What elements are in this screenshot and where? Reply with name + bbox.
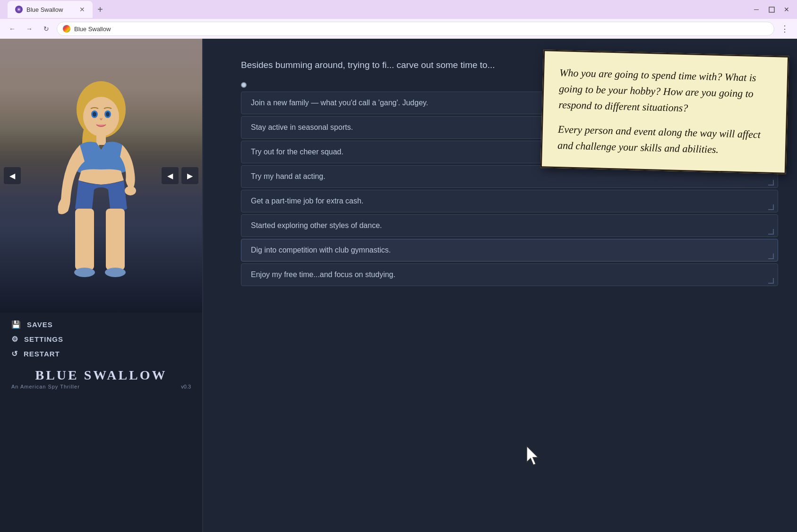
choice-text-6: Started exploring other styles of dance.	[251, 221, 382, 229]
settings-icon: ⚙	[11, 335, 18, 344]
svg-point-4	[83, 97, 119, 136]
address-bar[interactable]: Blue Swallow	[57, 22, 774, 36]
image-nav-left-button[interactable]: ◀	[4, 167, 21, 184]
choice-corner-4	[768, 180, 774, 186]
settings-menu-item[interactable]: ⚙ SETTINGS	[11, 335, 191, 344]
choice-text-3: Try out for the cheer squad.	[251, 148, 343, 156]
choice-corner-7	[768, 253, 774, 259]
logo-title: BLUE SWALLOW	[11, 368, 191, 383]
main-game-panel: Who you are going to spend time with? Wh…	[203, 39, 797, 532]
character-figure	[49, 67, 153, 312]
choice-text-1: Join a new family — what you'd call a 'g…	[251, 99, 428, 107]
tooltip-line1: Who you are going to spend time with? Wh…	[558, 65, 772, 118]
choice-text-2: Stay active in seasonal sports.	[251, 123, 353, 131]
sticky-note: Who you are going to spend time with? Wh…	[540, 50, 789, 174]
saves-menu-item[interactable]: 💾 SAVES	[11, 320, 191, 329]
choice-item-7[interactable]: Dig into competition with club gymnastic…	[241, 239, 778, 262]
game-logo: BLUE SWALLOW An American Spy Thriller v0…	[11, 368, 191, 389]
browser-chrome: Blue Swallow ✕ + ─ ✕ ← → ↻ Blue Swallow …	[0, 0, 797, 39]
google-icon	[63, 25, 70, 33]
image-nav-right-button[interactable]: ▶	[181, 167, 198, 184]
choice-text-7: Dig into competition with club gymnastic…	[251, 246, 391, 254]
close-button[interactable]: ✕	[780, 3, 793, 16]
svg-rect-9	[96, 133, 106, 145]
svg-rect-1	[769, 7, 774, 12]
refresh-button[interactable]: ↻	[40, 22, 53, 35]
saves-label: SAVES	[27, 321, 53, 329]
choice-item-5[interactable]: Get a part-time job for extra cash.	[241, 190, 778, 212]
svg-point-13	[105, 268, 126, 277]
character-image-area: ◀ ◀ ▶	[0, 39, 202, 312]
left-panel: ◀ ◀ ▶	[0, 39, 203, 532]
image-nav-prev-button[interactable]: ◀	[162, 167, 179, 184]
choice-corner-6	[768, 229, 774, 235]
browser-menu-button[interactable]: ⋮	[778, 22, 791, 35]
choice-item-6[interactable]: Started exploring other styles of dance.	[241, 214, 778, 237]
svg-point-14	[125, 186, 136, 195]
address-text: Blue Swallow	[74, 25, 111, 33]
choice-text-4: Try my hand at acting.	[251, 172, 326, 180]
tab-close-button[interactable]: ✕	[79, 6, 85, 13]
tab-title: Blue Swallow	[26, 6, 63, 13]
settings-label: SETTINGS	[24, 335, 63, 343]
bottom-menu: 💾 SAVES ⚙ SETTINGS ↺ RESTART BLUE SWALLO…	[0, 312, 202, 397]
address-bar-row: ← → ↻ Blue Swallow ⋮	[0, 19, 797, 39]
svg-rect-10	[75, 209, 94, 270]
saves-icon: 💾	[11, 320, 21, 329]
logo-version: v0.3	[181, 384, 191, 389]
restart-menu-item[interactable]: ↺ RESTART	[11, 349, 191, 358]
choice-corner-8	[768, 278, 774, 284]
tab-bar: Blue Swallow ✕ +	[4, 1, 111, 18]
svg-point-8	[106, 112, 110, 117]
svg-point-12	[74, 268, 95, 277]
minimize-button[interactable]: ─	[750, 3, 763, 16]
logo-subtitle: An American Spy Thriller	[11, 384, 80, 389]
forward-button[interactable]: →	[23, 22, 36, 35]
window-controls: ─ ✕	[750, 3, 793, 16]
svg-point-7	[93, 112, 96, 117]
tooltip-line2: Every person and event along the way wil…	[557, 121, 771, 159]
cursor-pointer	[524, 444, 542, 471]
timeline-dot	[241, 82, 247, 88]
back-button[interactable]: ←	[6, 22, 19, 35]
new-tab-button[interactable]: +	[93, 2, 108, 17]
choice-item-8[interactable]: Enjoy my free time...and focus on studyi…	[241, 263, 778, 286]
restart-label: RESTART	[24, 350, 60, 358]
svg-rect-11	[106, 209, 125, 270]
choice-corner-5	[768, 204, 774, 210]
game-area: ◀ ◀ ▶	[0, 39, 797, 532]
choice-text-5: Get a part-time job for extra cash.	[251, 197, 363, 205]
logo-bottom-row: An American Spy Thriller v0.3	[11, 384, 191, 389]
restart-icon: ↺	[11, 349, 18, 358]
active-tab[interactable]: Blue Swallow ✕	[8, 1, 93, 18]
choice-text-8: Enjoy my free time...and focus on studyi…	[251, 270, 395, 279]
restore-button[interactable]	[765, 3, 778, 16]
title-bar: Blue Swallow ✕ + ─ ✕	[0, 0, 797, 19]
tab-favicon	[15, 6, 23, 13]
